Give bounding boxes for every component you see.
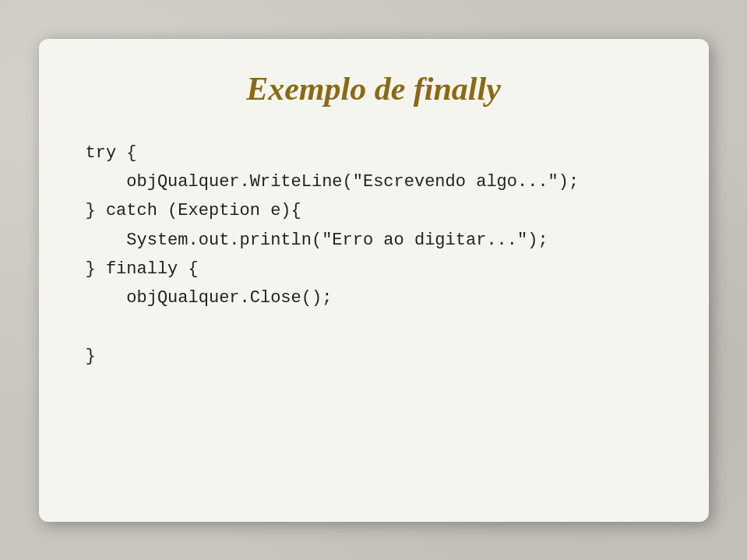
slide-heading: Exemplo de finally	[86, 70, 662, 107]
slide-title: Exemplo de finally	[86, 70, 662, 107]
code-block: try { objQualquer.WriteLine("Escrevendo …	[86, 139, 580, 372]
slide-container: Exemplo de finally try { objQualquer.Wri…	[39, 39, 709, 522]
